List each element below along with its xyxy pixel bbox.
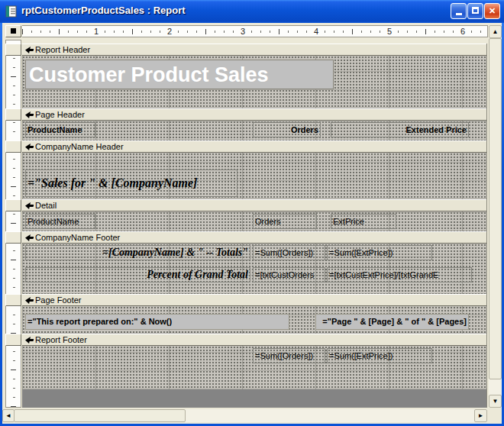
report-selector-button[interactable] <box>5 25 21 37</box>
report-design-canvas: Report Header Customer Product Sales Pag… <box>22 44 487 389</box>
vertical-scrollbar-thumb[interactable] <box>489 38 502 379</box>
section-arrow-icon <box>24 337 34 344</box>
productname-textbox[interactable]: ProductName <box>25 214 95 229</box>
extprice-textbox[interactable]: ExtPrice <box>331 214 396 229</box>
section-selector-page-header[interactable] <box>5 108 21 121</box>
report-icon[interactable] <box>5 5 18 18</box>
prepared-on-expression-textbox[interactable]: ="This report prepared on:" & Now() <box>25 314 289 330</box>
section-bar-label: Report Footer <box>35 335 87 344</box>
report-footer-section[interactable]: =Sum([Orders]) =Sum([ExtPrice]) <box>22 346 486 389</box>
arrow-down-icon: ▼ <box>493 398 499 405</box>
minimize-button[interactable] <box>451 3 467 19</box>
section-selector-companyname-footer[interactable] <box>5 231 21 244</box>
percent-of-grand-total-label[interactable]: Percent of Grand Total <box>25 267 250 282</box>
section-bar-page-footer[interactable]: Page Footer <box>22 294 486 306</box>
ruler-mark: 4 <box>312 27 320 36</box>
section-selector-report-header[interactable] <box>5 44 21 56</box>
section-selector-companyname-header[interactable] <box>5 140 21 153</box>
orders-textbox[interactable]: Orders <box>253 214 317 229</box>
section-bar-label: Report Header <box>35 45 90 54</box>
section-bar-label: Page Header <box>35 110 85 119</box>
report-header-section[interactable]: Customer Product Sales <box>22 56 486 108</box>
detail-section[interactable]: ProductName Orders ExtPrice <box>22 211 486 231</box>
section-arrow-icon <box>24 111 34 118</box>
column-heading-productname[interactable]: ProductName <box>25 122 95 137</box>
column-heading-orders[interactable]: Orders <box>253 122 321 137</box>
percent-orders-expression-textbox[interactable]: =[txtCustOrders <box>253 267 325 282</box>
arrow-up-icon: ▲ <box>493 28 499 35</box>
page-footer-section[interactable]: ="This report prepared on:" & Now() ="Pa… <box>22 306 486 334</box>
close-button[interactable]: ✕ <box>484 3 500 19</box>
section-bar-report-footer[interactable]: Report Footer <box>22 334 486 346</box>
page-header-section[interactable]: ProductName Orders Extended Price <box>22 121 486 140</box>
section-selector-page-footer[interactable] <box>5 294 21 306</box>
companyname-header-section[interactable]: ="Sales for " & [CompanyName] <box>22 153 486 199</box>
company-totals-expression-textbox[interactable]: =[CompanyName] & " -- Totals" <box>25 245 250 260</box>
arrow-right-icon: ► <box>478 412 484 419</box>
section-selector-report-footer[interactable] <box>5 334 21 346</box>
ruler-mark: 6 <box>459 27 467 36</box>
section-arrow-icon <box>24 202 34 209</box>
close-icon: ✕ <box>489 6 496 15</box>
section-bar-report-header[interactable]: Report Header <box>22 44 486 56</box>
percent-extprice-expression-textbox[interactable]: =[txtCustExtPrice]/[txtGrandE <box>327 267 472 282</box>
maximize-icon <box>472 7 479 14</box>
grand-sum-orders-textbox[interactable]: =Sum([Orders]) <box>253 348 325 363</box>
sales-for-expression-textbox[interactable]: ="Sales for " & [CompanyName] <box>25 169 237 197</box>
minimize-icon <box>456 13 462 15</box>
page-number-expression-textbox[interactable]: ="Page " & [Page] & " of " & [Pages] <box>315 314 469 330</box>
access-report-design-window: rptCustomerProductSales : Report ✕ 1 2 3… <box>0 0 504 426</box>
section-arrow-icon <box>24 144 34 150</box>
scroll-right-button[interactable]: ► <box>474 409 487 422</box>
section-arrow-icon <box>24 297 34 304</box>
ruler-mark: 2 <box>166 27 173 36</box>
design-overflow-area <box>22 389 487 408</box>
ruler-mark: 3 <box>239 27 247 36</box>
section-arrow-icon <box>24 47 34 53</box>
section-bar-label: Page Footer <box>35 295 82 305</box>
ruler-mark: 1 <box>92 27 100 36</box>
section-bar-detail[interactable]: Detail <box>22 199 486 211</box>
section-bar-label: CompanyName Header <box>35 142 124 151</box>
section-selector-detail[interactable] <box>5 199 21 211</box>
section-bar-companyname-header[interactable]: CompanyName Header <box>22 140 486 153</box>
column-heading-extended-price[interactable]: Extended Price <box>331 122 469 137</box>
grand-sum-extprice-textbox[interactable]: =Sum([ExtPrice]) <box>327 348 432 363</box>
scroll-down-button[interactable]: ▼ <box>489 395 502 408</box>
design-view-client: 1 2 3 4 5 6 Report Header Customer Produ… <box>2 23 502 424</box>
title-bar[interactable]: rptCustomerProductSales : Report ✕ <box>0 0 504 23</box>
horizontal-ruler[interactable]: 1 2 3 4 5 6 <box>22 25 488 37</box>
section-arrow-icon <box>24 234 34 241</box>
section-bar-label: CompanyName Footer <box>35 233 120 242</box>
report-selector-icon <box>11 28 16 34</box>
section-bar-companyname-footer[interactable]: CompanyName Footer <box>22 231 486 244</box>
maximize-button[interactable] <box>467 3 483 19</box>
sum-extprice-textbox[interactable]: =Sum([ExtPrice]) <box>327 245 432 260</box>
scroll-left-button[interactable]: ◄ <box>2 409 15 422</box>
scroll-up-button[interactable]: ▲ <box>489 25 502 38</box>
report-title-label[interactable]: Customer Product Sales <box>25 60 334 89</box>
window-title: rptCustomerProductSales : Report <box>21 5 186 16</box>
companyname-footer-section[interactable]: =[CompanyName] & " -- Totals" =Sum([Orde… <box>22 244 486 294</box>
vertical-ruler[interactable] <box>5 40 21 408</box>
horizontal-scrollbar-thumb[interactable] <box>14 409 186 422</box>
ruler-mark: 5 <box>386 27 393 36</box>
arrow-left-icon: ◄ <box>5 412 11 419</box>
section-bar-page-header[interactable]: Page Header <box>22 108 486 121</box>
sum-orders-textbox[interactable]: =Sum([Orders]) <box>253 245 325 260</box>
section-bar-label: Detail <box>35 201 57 210</box>
